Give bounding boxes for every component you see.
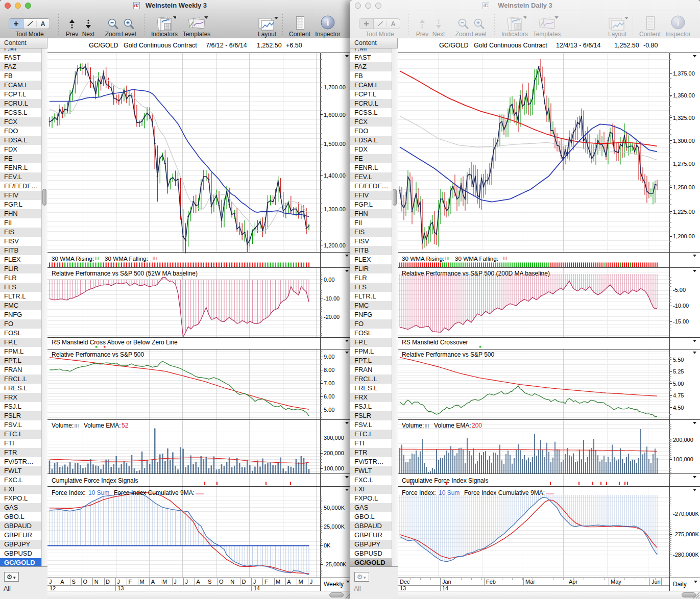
svg-text:Weekly: Weekly [324, 581, 344, 588]
svg-text:Force Index:: Force Index: [52, 489, 86, 496]
svg-text:i: i [327, 18, 329, 28]
svg-text:RS Mansfield Crossover: RS Mansfield Crossover [402, 339, 468, 346]
svg-text:1,200.00: 1,200.00 [324, 242, 346, 248]
svg-text:Volume EMA:: Volume EMA: [434, 422, 471, 429]
svg-text:Volume:: Volume: [402, 422, 424, 429]
svg-text:A: A [151, 579, 155, 585]
svg-text:-275,000K: -275,000K [673, 531, 699, 537]
svg-text:100,000: 100,000 [324, 465, 344, 471]
svg-text:6.00: 6.00 [324, 393, 334, 400]
svg-text:200,000: 200,000 [324, 450, 344, 456]
svg-text:8.00: 8.00 [324, 367, 334, 373]
svg-text:100,000: 100,000 [673, 456, 693, 462]
svg-text:Force Index:: Force Index: [402, 489, 436, 496]
svg-text:J: J [310, 579, 313, 585]
svg-text:Dec: Dec [400, 579, 410, 585]
svg-text:-270,000K: -270,000K [673, 511, 699, 517]
svg-text:4.50: 4.50 [673, 405, 684, 411]
svg-text:1,600.00: 1,600.00 [324, 112, 346, 118]
svg-text:S: S [208, 579, 211, 585]
svg-text:D: D [242, 579, 246, 585]
svg-text:J: J [174, 579, 177, 585]
svg-text:1,300.00: 1,300.00 [673, 138, 695, 144]
svg-text:M: M [140, 579, 144, 585]
svg-text:0.00: 0.00 [324, 277, 334, 283]
svg-text:D: D [106, 579, 110, 585]
svg-text:-280,000K: -280,000K [673, 552, 699, 558]
svg-text:A: A [41, 20, 45, 28]
svg-text:Relative Performance vs S&P 50: Relative Performance vs S&P 500 [52, 351, 144, 358]
svg-text:May: May [611, 579, 621, 585]
svg-text:-25,000K: -25,000K [324, 561, 347, 567]
svg-text:Relative Performance vs S&P 50: Relative Performance vs S&P 500 (200D MA… [402, 270, 550, 277]
svg-text:Feb: Feb [486, 579, 496, 585]
svg-text:J: J [253, 579, 256, 585]
svg-text:Apr: Apr [569, 579, 577, 585]
svg-text:1,200.00: 1,200.00 [673, 233, 695, 239]
svg-text:1,500.00: 1,500.00 [324, 141, 346, 147]
svg-text:10 Sum: 10 Sum [88, 489, 109, 496]
svg-text:1,250.00: 1,250.00 [673, 184, 695, 190]
svg-text:1,400.00: 1,400.00 [324, 172, 346, 179]
svg-text:Volume EMA:: Volume EMA: [84, 422, 121, 429]
svg-text:i: i [677, 18, 680, 28]
svg-text:F: F [264, 579, 268, 585]
svg-text:Relative Performance vs S&P 50: Relative Performance vs S&P 500 (52W MA … [52, 270, 198, 277]
svg-text:M: M [299, 579, 303, 585]
svg-text:-15.00: -15.00 [673, 318, 689, 325]
svg-text:5.50: 5.50 [673, 357, 684, 363]
svg-text:1,350.00: 1,350.00 [673, 92, 695, 98]
svg-text:N: N [94, 579, 99, 585]
svg-text:1,275.00: 1,275.00 [673, 161, 695, 167]
svg-text:Volume:: Volume: [52, 422, 74, 429]
svg-text:200,000: 200,000 [673, 437, 693, 443]
svg-text:Daily: Daily [673, 581, 687, 588]
svg-text:4.75: 4.75 [673, 392, 684, 398]
svg-text:Force Index Cumulative 9MA:: Force Index Cumulative 9MA: [114, 489, 195, 496]
svg-text:A: A [197, 579, 201, 585]
svg-text:M: M [162, 579, 167, 585]
svg-text:1,700.00: 1,700.00 [324, 84, 346, 90]
svg-text:5.25: 5.25 [673, 368, 684, 375]
svg-text:9.00: 9.00 [324, 354, 334, 360]
svg-text:200: 200 [472, 422, 482, 429]
svg-text:O: O [83, 579, 88, 585]
svg-text:-10.00: -10.00 [673, 303, 689, 309]
svg-text:Jan: Jan [442, 579, 451, 585]
svg-text:-10.00: -10.00 [324, 295, 340, 302]
svg-text:30 WMA Rising:: 30 WMA Rising: [52, 255, 94, 262]
svg-text:N: N [230, 579, 234, 585]
svg-text:Jun: Jun [651, 579, 661, 585]
svg-text:J: J [185, 579, 188, 585]
svg-text:A: A [60, 579, 64, 585]
svg-text:300,000: 300,000 [324, 435, 344, 441]
svg-text:J: J [117, 579, 120, 585]
svg-text:7.00: 7.00 [324, 380, 334, 386]
svg-text:Force Index Cumulative 9MA:: Force Index Cumulative 9MA: [464, 489, 545, 496]
svg-text:Relative Performance vs S&P 50: Relative Performance vs S&P 500 [402, 351, 495, 358]
svg-text:RS Mansfield Cross Above or Be: RS Mansfield Cross Above or Below Zero L… [52, 339, 178, 346]
svg-text:Cumulative Force Index Signals: Cumulative Force Index Signals [402, 477, 488, 484]
svg-text:30 WMA Falling:: 30 WMA Falling: [455, 255, 498, 262]
svg-text:J: J [49, 579, 52, 585]
svg-text:1,325.00: 1,325.00 [673, 115, 695, 121]
svg-text:1,375.00: 1,375.00 [673, 70, 695, 77]
svg-text:30 WMA Rising:: 30 WMA Rising: [402, 255, 444, 262]
svg-text:5.00: 5.00 [324, 407, 334, 413]
svg-text:A: A [287, 579, 291, 585]
svg-text:-5.00: -5.00 [673, 287, 686, 293]
svg-text:25,000K: 25,000K [324, 523, 345, 530]
svg-text:A: A [391, 20, 396, 28]
svg-text:O: O [219, 579, 224, 585]
svg-text:52: 52 [122, 422, 129, 429]
svg-text:M: M [276, 579, 280, 585]
svg-text:1,300.00: 1,300.00 [324, 206, 346, 212]
svg-text:10 Sum: 10 Sum [439, 489, 460, 496]
svg-text:S: S [71, 579, 75, 585]
svg-text:50,000K: 50,000K [324, 505, 345, 511]
svg-text:5.00: 5.00 [673, 381, 684, 387]
svg-text:F: F [128, 579, 132, 585]
svg-text:Cumulative Force Index Signals: Cumulative Force Index Signals [52, 477, 138, 484]
svg-text:30 WMA Falling:: 30 WMA Falling: [105, 255, 148, 262]
svg-text:Mar: Mar [525, 579, 535, 585]
